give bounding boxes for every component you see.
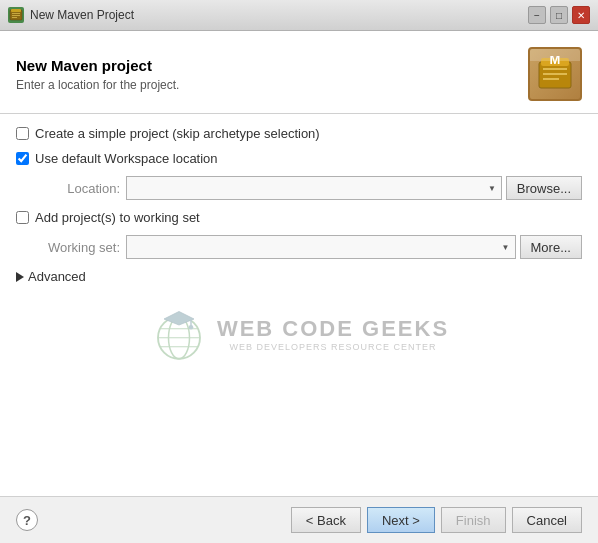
watermark-sub-text: WEB DEVELOPERS RESOURCE CENTER <box>217 342 449 352</box>
svg-rect-3 <box>12 15 20 16</box>
svg-rect-9 <box>543 78 559 80</box>
working-set-input-group: ▼ More... <box>126 235 582 259</box>
watermark-area: WEB CODE GEEKS WEB DEVELOPERS RESOURCE C… <box>16 284 582 384</box>
location-row: Location: ▼ Browse... <box>16 176 582 200</box>
finish-button[interactable]: Finish <box>441 507 506 533</box>
next-button[interactable]: Next > <box>367 507 435 533</box>
browse-button[interactable]: Browse... <box>506 176 582 200</box>
simple-project-checkbox[interactable] <box>16 127 29 140</box>
window-icon <box>8 7 24 23</box>
svg-text:M: M <box>550 56 561 67</box>
window-controls: − □ ✕ <box>528 6 590 24</box>
header-subtitle: Enter a location for the project. <box>16 78 528 92</box>
simple-project-row: Create a simple project (skip archetype … <box>16 126 582 141</box>
svg-rect-7 <box>543 68 567 70</box>
watermark-logo: WEB CODE GEEKS WEB DEVELOPERS RESOURCE C… <box>149 304 449 364</box>
simple-project-label[interactable]: Create a simple project (skip archetype … <box>35 126 320 141</box>
footer-section: ? < Back Next > Finish Cancel <box>0 496 598 543</box>
svg-marker-16 <box>164 312 194 326</box>
working-set-checkbox[interactable] <box>16 211 29 224</box>
back-button[interactable]: < Back <box>291 507 361 533</box>
maximize-button[interactable]: □ <box>550 6 568 24</box>
cancel-button[interactable]: Cancel <box>512 507 582 533</box>
dialog-content: New Maven project Enter a location for t… <box>0 31 598 543</box>
advanced-row: Advanced <box>16 269 582 284</box>
header-text: New Maven project Enter a location for t… <box>16 57 528 92</box>
footer-left: ? <box>16 509 38 531</box>
svg-rect-2 <box>12 13 20 14</box>
default-workspace-row: Use default Workspace location <box>16 151 582 166</box>
advanced-triangle-icon[interactable] <box>16 272 24 282</box>
watermark-main-text: WEB CODE GEEKS <box>217 316 449 342</box>
footer-buttons: < Back Next > Finish Cancel <box>291 507 582 533</box>
window-title: New Maven Project <box>30 8 522 22</box>
form-section: Create a simple project (skip archetype … <box>0 114 598 496</box>
working-set-select[interactable] <box>126 235 516 259</box>
help-button[interactable]: ? <box>16 509 38 531</box>
working-set-row: Add project(s) to working set <box>16 210 582 225</box>
location-label: Location: <box>40 181 120 196</box>
watermark-globe-icon <box>149 304 209 364</box>
advanced-label[interactable]: Advanced <box>28 269 86 284</box>
minimize-button[interactable]: − <box>528 6 546 24</box>
header-section: New Maven project Enter a location for t… <box>0 31 598 114</box>
maven-icon: M <box>528 47 582 101</box>
working-set-field-row: Working set: ▼ More... <box>16 235 582 259</box>
close-button[interactable]: ✕ <box>572 6 590 24</box>
more-button[interactable]: More... <box>520 235 582 259</box>
svg-rect-1 <box>11 9 21 12</box>
working-set-select-wrapper: ▼ <box>126 235 516 259</box>
header-title: New Maven project <box>16 57 528 74</box>
location-input-group: ▼ Browse... <box>126 176 582 200</box>
working-set-field-label: Working set: <box>40 240 120 255</box>
svg-rect-8 <box>543 73 567 75</box>
working-set-label[interactable]: Add project(s) to working set <box>35 210 200 225</box>
watermark-text-block: WEB CODE GEEKS WEB DEVELOPERS RESOURCE C… <box>217 316 449 352</box>
location-select-wrapper: ▼ <box>126 176 502 200</box>
default-workspace-checkbox[interactable] <box>16 152 29 165</box>
location-select[interactable] <box>126 176 502 200</box>
default-workspace-label[interactable]: Use default Workspace location <box>35 151 218 166</box>
watermark-content: WEB CODE GEEKS WEB DEVELOPERS RESOURCE C… <box>149 304 449 364</box>
title-bar: New Maven Project − □ ✕ <box>0 0 598 31</box>
svg-rect-4 <box>12 17 17 18</box>
svg-point-18 <box>189 325 194 330</box>
